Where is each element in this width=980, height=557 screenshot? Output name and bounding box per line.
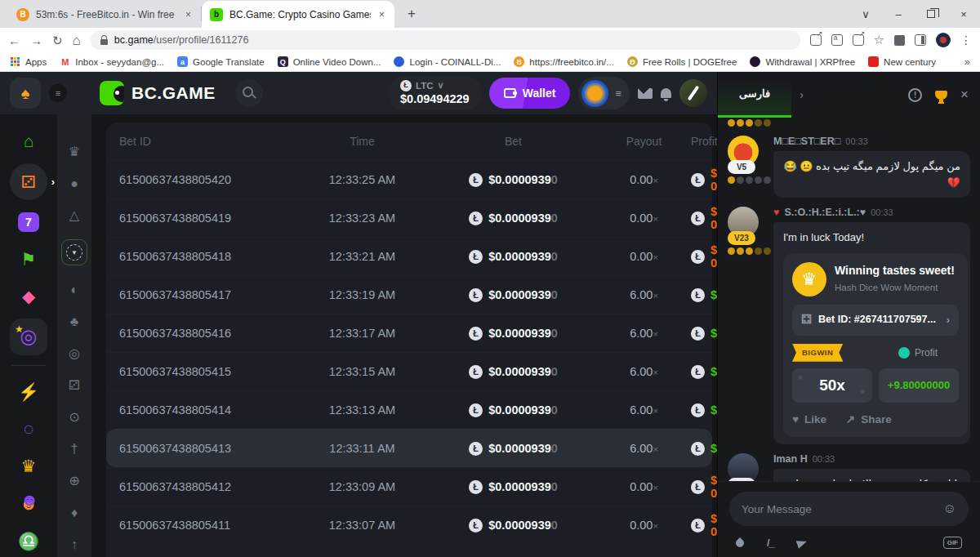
rain-drop-icon[interactable] [734, 537, 746, 548]
chevron-right-icon[interactable]: › [800, 88, 804, 101]
restore-button[interactable] [915, 0, 947, 28]
sidebar-item-crown[interactable]: ♛ [12, 451, 45, 483]
back-button[interactable]: ← [8, 34, 20, 47]
pen-circle-icon[interactable] [679, 79, 707, 107]
rail-item-rocket[interactable]: ↑ [71, 537, 78, 552]
rail-item-wheel[interactable]: ◎ [69, 345, 80, 361]
browser-tab-freebitco[interactable]: B 53m:6s - FreeBitco.in - Win free b × [8, 1, 201, 28]
rail-item-plinko[interactable]: △ [69, 207, 79, 223]
rail-item-crowd[interactable]: ♣ [70, 314, 79, 329]
table-row-highlighted[interactable]: 6150063743880541312:33:11 AM $0.00009390… [106, 429, 712, 467]
sidebar-item-tags[interactable]: ◆ [12, 281, 45, 313]
chat-rules-icon[interactable]: ! [908, 88, 922, 102]
notifications-bell-icon[interactable] [661, 88, 671, 98]
sidebar-collapse-icon[interactable]: ≡ [49, 84, 67, 102]
tab-close-icon[interactable]: × [184, 7, 193, 22]
side-panel-icon[interactable] [915, 34, 926, 46]
sidebar-item-dots-ring[interactable]: ◌ [12, 413, 45, 445]
rail-item-roulette[interactable]: ⊕ [69, 473, 79, 488]
bookmark-apps[interactable]: Apps [10, 56, 47, 67]
username[interactable]: M□E□ST□ER□ [773, 136, 840, 147]
sidebar-item-coins[interactable]: ♎ [12, 525, 45, 557]
rail-item-hash-dice-selected[interactable]: ▼ [61, 239, 87, 265]
chat-close-icon[interactable]: × [960, 87, 969, 103]
trophy-icon[interactable] [935, 91, 947, 100]
rail-item-bull[interactable]: ♛ [69, 144, 80, 159]
forward-button[interactable]: → [30, 34, 42, 47]
dart-plane-icon[interactable] [795, 537, 808, 549]
chat-language-tab[interactable]: فارسی [718, 72, 791, 118]
table-row[interactable]: 6150063743880542012:33:25 AM $0.00009390… [106, 160, 712, 198]
bookmark-coinall[interactable]: Login - COINALL-Di... [394, 56, 501, 67]
expand-chevron-icon[interactable]: › [51, 176, 55, 188]
rail-item-keno[interactable]: ⊙ [69, 409, 79, 425]
sidebar-item-ticket[interactable]: ⚡ [12, 376, 45, 408]
wallet-button[interactable]: Wallet [489, 78, 571, 109]
message-input[interactable] [742, 503, 937, 515]
table-row[interactable]: 6150063743880541712:33:19 AM $0.00009390… [106, 275, 712, 314]
new-tab-button[interactable]: + [401, 3, 422, 25]
sidebar-item-slots[interactable]: 7 [12, 206, 45, 238]
minimize-button[interactable]: – [882, 0, 915, 28]
share-button[interactable]: ↗Share [846, 412, 892, 428]
slash-commands-icon[interactable]: /_ [767, 537, 774, 549]
bookmark-dogefree[interactable]: ÐFree Rolls | DOGEfree [627, 56, 737, 67]
gif-button[interactable]: GIF [943, 537, 962, 549]
bookmark-google-translate[interactable]: aGoogle Translate [177, 56, 265, 67]
bcgame-logo[interactable]: BC.GAME [100, 81, 216, 105]
bet-id-chip[interactable]: ⚃ Bet ID: #267411707597... › [792, 305, 959, 336]
browser-profile-avatar[interactable] [936, 33, 951, 47]
ltc-coin-icon [691, 250, 705, 264]
emoji-smiley-icon[interactable]: ☺ [943, 501, 956, 516]
avatar[interactable] [728, 453, 759, 481]
sidebar-item-dart[interactable]: ★◎ [10, 319, 47, 356]
close-window-button[interactable]: × [947, 0, 980, 28]
address-bar[interactable]: bc.game/user/profile/1611276 [91, 30, 800, 50]
extensions-puzzle-icon[interactable] [894, 35, 905, 46]
sidebar-item-crash[interactable]: ⚑ [12, 243, 45, 275]
share-icon[interactable] [853, 34, 864, 46]
rail-item-cards-dice[interactable]: ⚂ [69, 377, 80, 393]
medal-row [728, 247, 771, 255]
browser-menu-icon[interactable]: ⋮ [960, 33, 972, 47]
bookmark-inbox[interactable]: MInbox - seyydan@g... [60, 56, 164, 67]
tab-close-icon[interactable]: × [377, 7, 386, 22]
bookmark-xrpfree[interactable]: Withdrawal | XRPfree [750, 56, 855, 67]
rail-item-sword[interactable]: † [71, 441, 78, 457]
currency-selector[interactable]: LTC∨ $0.09494229 [389, 76, 481, 111]
spade-logo-icon[interactable]: ♠ [10, 78, 41, 109]
open-in-window-icon[interactable] [810, 34, 822, 46]
win-share-card[interactable]: ♛ Winning tastes sweet! Hash Dice Wow Mo… [783, 253, 968, 438]
username[interactable]: Iman H [773, 453, 808, 465]
rail-item-bomb[interactable]: ● [70, 176, 78, 191]
table-row[interactable]: 6150063743880541612:33:17 AM $0.00009390… [106, 314, 712, 352]
bookmark-star-icon[interactable]: ☆ [874, 33, 884, 47]
translate-icon[interactable] [831, 34, 843, 46]
ltc-coin-icon [691, 480, 705, 494]
sidebar-item-home[interactable]: ⌂ [12, 126, 45, 158]
table-row[interactable]: 6150063743880541412:33:13 AM $0.00009390… [106, 390, 712, 429]
rail-item-cookies[interactable]: ◐ [70, 282, 78, 297]
tab-search-chevron-icon[interactable]: ∨ [849, 0, 882, 28]
messages-mail-icon[interactable] [638, 88, 653, 99]
reload-button[interactable]: ↻ [52, 34, 63, 47]
table-row[interactable]: 6150063743880541112:33:07 AM $0.00009390… [106, 506, 712, 544]
bookmark-video-downloader[interactable]: QOnline Video Down... [278, 56, 381, 67]
table-row[interactable]: 6150063743880541912:33:23 AM $0.00009390… [106, 198, 712, 237]
browser-tab-bcgame[interactable]: b BC.Game: Crypto Casino Games & × [202, 1, 394, 28]
table-row[interactable]: 6150063743880541512:33:15 AM $0.00009390… [106, 352, 712, 390]
search-icon[interactable] [235, 79, 263, 107]
bookmark-freebitco[interactable]: Bhttps://freebitco.in/... [514, 56, 614, 67]
home-button[interactable]: ⌂ [73, 33, 81, 47]
table-row[interactable]: 6150063743880541212:33:09 AM $0.00009390… [106, 467, 712, 506]
rail-item-cards[interactable]: ♦ [71, 505, 78, 520]
message-input-pill[interactable]: ☺ [729, 492, 969, 526]
profile-menu[interactable]: ≡ [578, 77, 630, 109]
table-row[interactable]: 6150063743880541812:33:21 AM $0.00009390… [106, 237, 712, 275]
sidebar-item-dice-active[interactable]: ⚂› [10, 163, 47, 201]
username[interactable]: S.:O.:H.:E.:i.:L.:♥ [784, 207, 866, 218]
bookmark-new-century[interactable]: New century [868, 56, 936, 67]
sidebar-item-masks[interactable]: ☻ [12, 488, 45, 520]
like-button[interactable]: ♥Like [792, 412, 826, 428]
bookmarks-overflow-chevron[interactable]: » [964, 56, 970, 68]
